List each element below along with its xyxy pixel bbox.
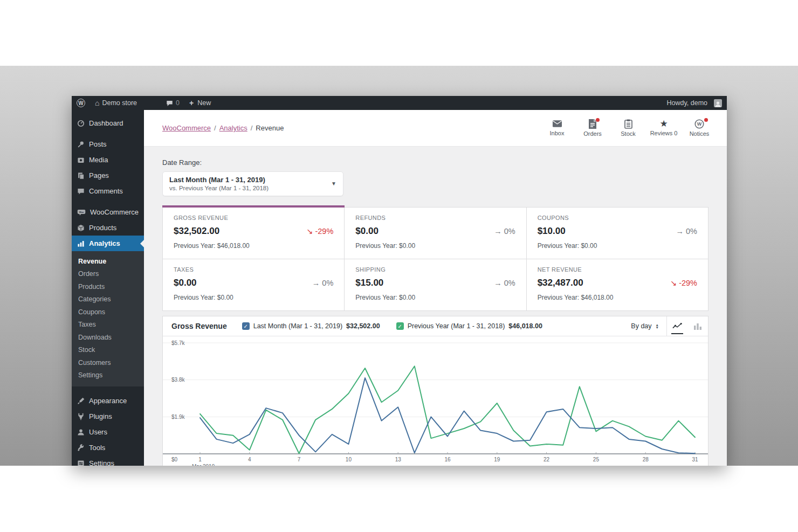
stat-delta: → 0% (676, 227, 698, 236)
browser-window: W ⌂ Demo store 0 + New Howdy, demo (72, 96, 727, 466)
new-content-button[interactable]: + New (184, 96, 216, 110)
main-content: WooCommerce / Analytics / Revenue Inbox (144, 110, 727, 466)
bar-chart-icon (693, 322, 702, 330)
inbox-icon (552, 119, 562, 128)
stat-previous: Previous Year: $46,018.00 (538, 294, 697, 301)
stat-card-net-revenue[interactable]: NET REVENUE $32,487.00 ↘ -29% Previous Y… (527, 259, 708, 310)
sidebar-item-users[interactable]: Users (72, 424, 144, 440)
stat-card-shipping[interactable]: SHIPPING $15.00 → 0% Previous Year: $0.0… (345, 259, 526, 310)
breadcrumb: WooCommerce / Analytics / Revenue (162, 124, 284, 132)
submenu-item-taxes[interactable]: Taxes (72, 319, 144, 331)
analytics-icon (77, 240, 85, 247)
sidebar-item-appearance[interactable]: Appearance (72, 393, 144, 409)
sidebar-item-pages[interactable]: Pages (72, 168, 144, 183)
checkbox-previous-year[interactable]: ✓ (396, 322, 404, 330)
sidebar-item-settings[interactable]: Settings (72, 455, 144, 466)
svg-text:Mar 2019: Mar 2019 (192, 464, 215, 466)
orders-badge (596, 118, 600, 122)
bar-chart-toggle[interactable] (687, 316, 708, 336)
submenu-item-settings[interactable]: Settings (72, 369, 144, 382)
breadcrumb-link-woocommerce[interactable]: WooCommerce (162, 124, 211, 132)
stat-card-gross-revenue[interactable]: GROSS REVENUE $32,502.00 ↘ -29% Previous… (163, 208, 344, 259)
submenu-item-downloads[interactable]: Downloads (72, 331, 144, 344)
chart-plot-area[interactable]: $1.9k$3.8k$5.7k$01471013161922252831Mar … (163, 336, 708, 466)
stat-delta: ↘ -29% (670, 279, 697, 287)
stat-delta: → 0% (494, 227, 515, 236)
svg-text:Woo: Woo (79, 210, 84, 213)
svg-text:$5.7k: $5.7k (171, 340, 185, 346)
breadcrumb-separator: / (214, 124, 216, 132)
submenu-item-products[interactable]: Products (72, 280, 144, 293)
interval-select[interactable]: By day ▲▼ (623, 322, 666, 330)
analytics-submenu: Revenue Orders Products Categories Coupo… (72, 251, 144, 386)
notices-icon: W (694, 119, 704, 129)
sidebar-item-comments[interactable]: Comments (72, 183, 144, 199)
plugin-icon (77, 413, 85, 420)
sidebar-label: WooCommerce (90, 208, 139, 216)
sidebar-item-dashboard[interactable]: Dashboard (72, 115, 144, 131)
submenu-item-customers[interactable]: Customers (72, 356, 144, 369)
submenu-item-categories[interactable]: Categories (72, 293, 144, 306)
stat-previous: Previous Year: $0.00 (538, 242, 697, 250)
submenu-item-revenue[interactable]: Revenue (72, 255, 144, 268)
svg-text:$1.9k: $1.9k (171, 414, 185, 420)
stat-card-taxes[interactable]: TAXES $0.00 → 0% Previous Year: $0.00 (163, 259, 344, 310)
submenu-item-stock[interactable]: Stock (72, 344, 144, 357)
legend-total: $46,018.00 (508, 322, 542, 330)
account-menu[interactable]: Howdy, demo (662, 96, 727, 110)
comments-count: 0 (176, 99, 180, 107)
sidebar-item-plugins[interactable]: Plugins (72, 409, 144, 424)
svg-text:W: W (697, 121, 702, 127)
sidebar-label: Comments (89, 187, 123, 195)
comments-shortcut[interactable]: 0 (161, 96, 184, 110)
sidebar-item-media[interactable]: Media (72, 152, 144, 168)
stat-previous: Previous Year: $0.00 (174, 294, 333, 301)
admin-sidebar: Dashboard Posts Media Pages Comment (72, 110, 144, 466)
wp-logo-menu[interactable]: W (72, 96, 90, 110)
date-range-dropdown[interactable]: Last Month (Mar 1 - 31, 2019) vs. Previo… (162, 171, 343, 196)
chevron-down-icon: ▼ (331, 181, 336, 186)
stat-previous: Previous Year: $46,018.00 (174, 242, 333, 250)
orders-button[interactable]: Orders (577, 119, 608, 137)
sidebar-item-products[interactable]: Products (72, 220, 144, 236)
site-name-link[interactable]: ⌂ Demo store (90, 96, 142, 110)
notices-button[interactable]: W Notices (684, 119, 715, 137)
line-chart-toggle[interactable] (667, 316, 687, 336)
sidebar-label: Appearance (89, 397, 127, 405)
settings-icon (77, 460, 85, 466)
stat-label: COUPONS (538, 215, 697, 221)
legend-previous-year[interactable]: ✓ Previous Year (Mar 1 - 31, 2018) $46,0… (396, 322, 542, 330)
stat-previous: Previous Year: $0.00 (355, 242, 515, 250)
wrench-icon (77, 444, 85, 452)
comment-bubble-icon (166, 100, 173, 107)
page-title: Revenue (256, 124, 284, 132)
checkbox-last-month[interactable]: ✓ (242, 322, 250, 330)
stock-button[interactable]: Stock (613, 119, 644, 137)
sidebar-item-tools[interactable]: Tools (72, 440, 144, 455)
line-chart-icon (672, 322, 682, 330)
stat-card-refunds[interactable]: REFUNDS $0.00 → 0% Previous Year: $0.00 (345, 208, 526, 259)
sidebar-label: Pages (89, 171, 109, 179)
sidebar-item-analytics[interactable]: Analytics (72, 236, 144, 251)
comments-icon (77, 188, 85, 195)
date-range-label: Date Range: (162, 158, 708, 167)
svg-text:10: 10 (346, 457, 352, 462)
stat-value: $0.00 (174, 278, 197, 288)
svg-text:22: 22 (544, 457, 550, 462)
media-icon (77, 156, 85, 164)
svg-text:$0: $0 (171, 457, 178, 462)
sidebar-label: Plugins (89, 412, 112, 420)
submenu-item-coupons[interactable]: Coupons (72, 306, 144, 319)
legend-last-month[interactable]: ✓ Last Month (Mar 1 - 31, 2019) $32,502.… (242, 322, 380, 330)
sidebar-item-posts[interactable]: Posts (72, 136, 144, 152)
sidebar-item-woocommerce[interactable]: Woo WooCommerce (72, 204, 144, 220)
wordpress-logo-icon: W (77, 99, 85, 107)
sidebar-label: Products (89, 224, 116, 232)
submenu-item-orders[interactable]: Orders (72, 268, 144, 281)
inbox-button[interactable]: Inbox (541, 119, 573, 136)
stat-card-coupons[interactable]: COUPONS $10.00 → 0% Previous Year: $0.00 (527, 208, 708, 259)
pages-icon (77, 172, 85, 179)
breadcrumb-link-analytics[interactable]: Analytics (219, 124, 247, 132)
sort-icon: ▲▼ (656, 323, 659, 329)
reviews-button[interactable]: ★ Reviews 0 (648, 119, 679, 136)
